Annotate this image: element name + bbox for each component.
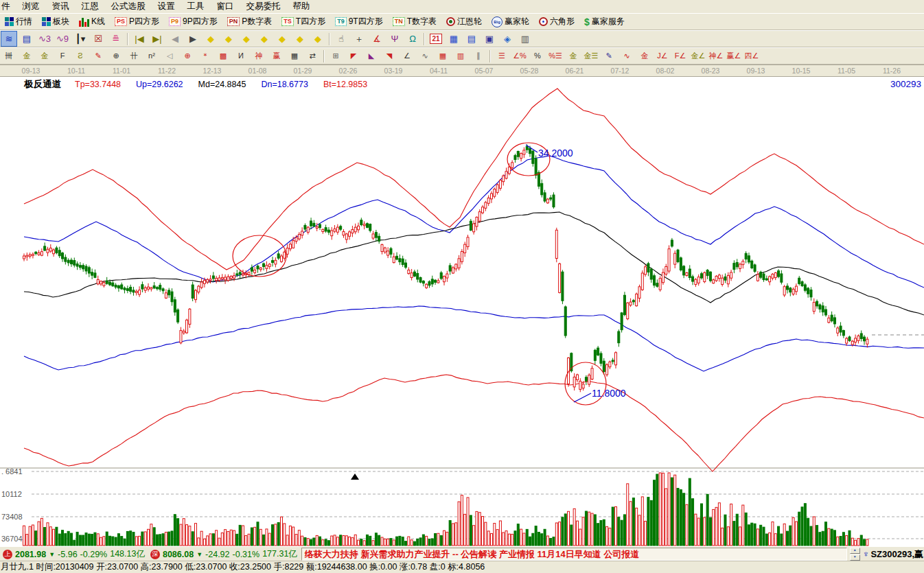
square-grid-button[interactable]: ▩ [215, 48, 231, 64]
gold-ruler-1-button[interactable]: 金 [19, 48, 35, 64]
target-tool-button[interactable]: ⊕ [179, 48, 196, 64]
shift-right-button[interactable]: ◆ [220, 31, 237, 47]
toolbar-9t-square[interactable]: T99T四方形 [330, 16, 388, 27]
j-angle-button[interactable]: J∠ [654, 48, 671, 64]
angle-measure-button[interactable]: ∡ [369, 31, 385, 47]
menu-item-5[interactable]: 设置 [152, 0, 181, 13]
wave-mark-button[interactable]: И [233, 48, 249, 64]
toolbar-p-square[interactable]: PSP四方形 [110, 16, 164, 27]
candle-period-button[interactable]: ┃▾ [72, 31, 89, 47]
toolbar-t-number-table[interactable]: TNT数字表 [388, 16, 441, 27]
grid-ruler-button[interactable]: 卄 [126, 48, 142, 64]
gann-shape-tool-button[interactable]: Ψ [386, 31, 403, 47]
box-tool-button[interactable]: ⊞ [327, 48, 344, 64]
n-square-button[interactable]: n² [143, 48, 160, 64]
chart-canvas[interactable]: . 684110112734083670434.200011.8000 [0, 77, 924, 547]
toolbar-t-square[interactable]: TST四方形 [277, 16, 330, 27]
ticker-spinner[interactable]: ▲ ▼ [850, 548, 860, 561]
spinner-down-icon[interactable]: ▼ [850, 554, 860, 561]
wave-red-button[interactable]: ∿ [619, 48, 635, 64]
compress-right-button[interactable]: ◆ [274, 31, 290, 47]
menu-item-8[interactable]: 交易委托 [240, 0, 287, 13]
si-angle-button[interactable]: 四∠ [743, 48, 760, 64]
flag-tool-button[interactable]: ◁ [161, 48, 178, 64]
crosshair-button[interactable]: ＋ [351, 31, 367, 47]
fan-lines-button[interactable]: ◤ [345, 48, 362, 64]
gann-box-button[interactable]: ☒ [90, 31, 106, 47]
zigzag-tool-button[interactable]: ∿ [417, 48, 433, 64]
spiral-ruler-button[interactable]: Ƨ [72, 48, 89, 64]
fan-box-button[interactable]: ◣ [363, 48, 380, 64]
measure-pen-button[interactable]: ✎ [601, 48, 617, 64]
red-grid-button[interactable]: ▦ [435, 48, 451, 64]
chart-area[interactable]: . 684110112734083670434.200011.8000 极反通道… [0, 76, 924, 546]
level-lines-button[interactable]: ☰ [494, 48, 510, 64]
parallel-lines-button[interactable]: ∥ [470, 48, 487, 64]
toolbar-9p-square[interactable]: P99P四方形 [164, 16, 222, 27]
dense-grid-button[interactable]: ▦ [286, 48, 303, 64]
volume-distribution-button[interactable]: ≞ [108, 31, 124, 47]
remote-pc-button[interactable]: ▥ [517, 31, 533, 47]
calculator-button[interactable]: ▦ [446, 31, 462, 47]
menu-item-3[interactable]: 江恩 [76, 0, 105, 13]
ying-angle-button[interactable]: 赢∠ [726, 48, 742, 64]
toolbar-hexagon[interactable]: 六角形 [534, 16, 579, 27]
percent-button[interactable]: % [529, 48, 546, 64]
gold-lines-button[interactable]: 金☰ [583, 48, 599, 64]
toolbar-winner-wheel[interactable]: Big赢家轮 [487, 16, 534, 27]
gold-red-button[interactable]: 金 [636, 48, 653, 64]
ying-ruler-button[interactable]: 赢 [268, 48, 285, 64]
compress-left-button[interactable]: ◆ [256, 31, 273, 47]
first-screen-button[interactable]: |◀ [131, 31, 148, 47]
fan-square-button[interactable]: ◥ [381, 48, 397, 64]
shen-angle-button[interactable]: 神∠ [708, 48, 724, 64]
save-button[interactable]: ▣ [481, 31, 498, 47]
f-angle-button[interactable]: F∠ [672, 48, 689, 64]
marker-pen-button[interactable]: ✎ [90, 48, 106, 64]
network-tool-button[interactable]: ◈ [499, 31, 516, 47]
fib-ruler-button[interactable]: F [54, 48, 71, 64]
main-chart-view-button[interactable]: ≋ [1, 31, 17, 47]
wave-3-button[interactable]: ∿3 [36, 31, 53, 47]
toolbar-sectors[interactable]: 板块 [37, 16, 74, 27]
comb-ruler-button[interactable]: 卌 [1, 48, 17, 64]
last-screen-button[interactable]: ▶| [149, 31, 165, 47]
toolbar-p-number-table[interactable]: PNP数字表 [222, 16, 277, 27]
shift-left-button[interactable]: ◆ [203, 31, 219, 47]
shift-both-button[interactable]: ◆ [238, 31, 255, 47]
toolbar-quotes[interactable]: 行情 [0, 16, 37, 27]
toolbar-kline[interactable]: K线 [74, 16, 110, 27]
hand-tool-button[interactable]: ☝ [333, 31, 349, 47]
red-grid-2-button[interactable]: ▥ [452, 48, 469, 64]
span-measure-button[interactable]: ⇄ [304, 48, 321, 64]
sh-index[interactable]: 上 2081.98 ▼ -5.96 -0.29% 148.13亿 [0, 548, 148, 560]
menu-item-4[interactable]: 公式选股 [105, 0, 152, 13]
sz-index[interactable]: 深 8086.08 ▼ -24.92 -0.31% 177.31亿 [148, 548, 300, 560]
gold-angle-button[interactable]: 金∠ [690, 48, 706, 64]
wave-9-button[interactable]: ∿9 [54, 31, 71, 47]
menu-item-6[interactable]: 工具 [181, 0, 211, 13]
calendar-button[interactable]: 21 [428, 31, 444, 47]
toolbar-winner-service[interactable]: $赢家服务 [579, 16, 630, 27]
gold-circle-button[interactable]: 金 [565, 48, 581, 64]
prev-screen-button[interactable]: ◀ [167, 31, 183, 47]
news-ticker[interactable]: 络获大力扶持 新兴需求助力产业提升 -- 公告解读 产业情报 11月14日早知道… [301, 548, 847, 561]
menu-item-7[interactable]: 窗口 [211, 0, 240, 13]
percent-lines-button[interactable]: %☰ [547, 48, 564, 64]
gold-ruler-2-button[interactable]: 金 [36, 48, 53, 64]
shen-ruler-button[interactable]: 神 [251, 48, 267, 64]
cycle-circle-button[interactable]: ⊕ [108, 48, 124, 64]
menu-item-2[interactable]: 资讯 [46, 0, 76, 13]
percent-angle-button[interactable]: ∠% [511, 48, 528, 64]
next-screen-button[interactable]: ▶ [185, 31, 201, 47]
notepad-button[interactable]: ▤ [463, 31, 480, 47]
toolbar-gann-wheel[interactable]: 江恩轮 [441, 16, 487, 27]
spinner-up-icon[interactable]: ▲ [850, 548, 860, 554]
starburst-tool-button[interactable]: ＊ [197, 48, 213, 64]
menu-item-9[interactable]: 帮助 [287, 0, 316, 13]
compress-both-button[interactable]: ◆ [292, 31, 308, 47]
menu-item-1[interactable]: 浏览 [16, 0, 46, 13]
f10-report-button[interactable]: ▤ [19, 31, 35, 47]
menu-item-0[interactable]: 件 [0, 0, 16, 13]
pattern-tool-button[interactable]: Ω [404, 31, 421, 47]
